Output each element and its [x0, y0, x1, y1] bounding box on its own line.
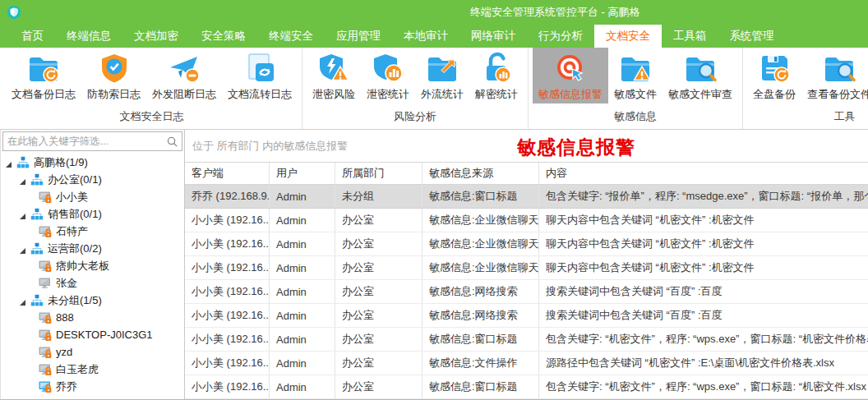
ribbon-group-3: 全盘备份查看备份文件防勒索规则工具 — [743, 48, 868, 129]
cell-content: 聊天内容中包含关键词 “机密文件” :机密文件 — [539, 256, 868, 279]
cell-user: Admin — [270, 256, 335, 279]
ribbon-button-label: 外流统计 — [421, 87, 464, 102]
ribbon-button-anti-ransom-shield[interactable]: 防勒索日志 — [81, 48, 146, 103]
ribbon-button-label: 敏感信息报警 — [538, 87, 603, 102]
cell-client: 小小美 (192.16... — [185, 232, 270, 255]
tree-client-node[interactable]: 888 — [1, 309, 184, 326]
tree-group-node[interactable]: 销售部(0/1) — [1, 205, 184, 223]
cell-user: Admin — [270, 232, 335, 255]
ribbon-button-leak-risk[interactable]: 泄密风险 — [307, 48, 361, 103]
ribbon-button-decrypt-stats[interactable]: 解密统计 — [469, 48, 524, 103]
ribbon-button-outgoing-block[interactable]: 外发阻断日志 — [146, 48, 222, 103]
cell-client: 小小美 (192.16... — [185, 280, 270, 303]
menu-item-7[interactable]: 网络审计 — [459, 25, 527, 48]
tree-client-node[interactable]: 痞帅大老板 — [1, 257, 184, 274]
department-icon — [30, 173, 44, 186]
doc-flow-icon — [243, 52, 276, 85]
menu-item-1[interactable]: 终端信息 — [55, 25, 122, 48]
search-input[interactable] — [3, 136, 166, 147]
column-header-content[interactable]: 内容 — [539, 163, 868, 184]
menu-item-11[interactable]: 系统管理 — [718, 25, 786, 48]
tree-node-label: 小小美 — [56, 190, 88, 205]
sensitive-file-icon — [619, 52, 652, 85]
cell-client: 小小美 (192.16... — [185, 256, 270, 279]
ribbon-button-full-backup-disk[interactable]: 全盘备份 — [747, 48, 801, 103]
cell-source: 敏感信息:企业微信聊天 — [422, 256, 539, 279]
cell-content: 包含关键字: “机密文件”，程序: “wps.exe”，窗口标题: “机密文件.… — [539, 375, 868, 398]
menu-item-5[interactable]: 应用管理 — [325, 25, 392, 48]
cell-content: 搜索关键词中包含关键词 “百度” :百度 — [539, 280, 868, 303]
department-icon — [30, 208, 44, 221]
table-row[interactable]: 小小美 (192.16...Admin办公室敏感信息:窗口标题包含关键字: “机… — [185, 375, 868, 399]
menu-item-2[interactable]: 文档加密 — [122, 25, 190, 48]
table-row[interactable]: 小小美 (192.16...Admin办公室敏感信息:企业微信聊天聊天内容中包含… — [185, 232, 868, 256]
cell-content: 包含关键字: “报价单”，程序: “msedge.exe”，窗口标题: “报价单… — [539, 185, 868, 208]
menu-item-3[interactable]: 安全策略 — [190, 25, 257, 48]
menu-item-9[interactable]: 文档安全 — [594, 25, 662, 48]
tree-group-node[interactable]: 高鹏格(1/9) — [1, 154, 184, 171]
tree-client-node[interactable]: 张金 — [1, 274, 184, 292]
column-header-client[interactable]: 客户端 — [185, 163, 270, 184]
tree-group-node[interactable]: 未分组(1/5) — [1, 292, 184, 309]
column-header-dept[interactable]: 所属部门 — [335, 163, 422, 184]
department-tree-panel: 高鹏格(1/9)办公室(0/1)小小美销售部(0/1)石特产运营部(0/2)痞帅… — [0, 130, 185, 399]
table-row[interactable]: 小小美 (192.16...Admin办公室敏感信息:网络搜索搜索关键词中包含关… — [185, 304, 868, 328]
tree-group-node[interactable]: 办公室(0/1) — [1, 171, 184, 188]
cell-source: 敏感信息:企业微信聊天 — [422, 209, 539, 232]
tree-expander-icon[interactable] — [5, 159, 12, 166]
ribbon-button-label: 敏感文件审查 — [668, 87, 732, 102]
table-row[interactable]: 小小美 (192.16...Admin办公室敏感信息:网络搜索搜索关键词中包含关… — [185, 280, 868, 304]
tree-group-node[interactable]: 运营部(0/2) — [1, 240, 184, 257]
department-icon — [30, 242, 44, 255]
app-window: 终端安全管理系统管控平台 - 高鹏格 首页终端信息文档加密安全策略终端安全应用管… — [0, 0, 868, 400]
menu-item-8[interactable]: 行为分析 — [527, 25, 594, 48]
ribbon-button-leak-stats[interactable]: 泄密统计 — [361, 48, 415, 103]
table-row[interactable]: 小小美 (192.16...Admin办公室敏感信息:企业微信聊天聊天内容中包含… — [185, 256, 868, 280]
tree-client-node[interactable]: 石特产 — [1, 223, 184, 240]
table-row[interactable]: 小小美 (192.16...Admin办公室敏感信息:企业微信聊天聊天内容中包含… — [185, 209, 868, 232]
tree-client-node[interactable]: 小小美 — [1, 188, 184, 205]
ribbon-button-outflow-stats[interactable]: 外流统计 — [415, 48, 469, 103]
leak-stats-icon — [372, 52, 404, 85]
tree-expander-icon[interactable] — [19, 245, 26, 252]
tree-node-label: 石特产 — [56, 224, 88, 239]
column-header-user[interactable]: 用户 — [270, 163, 335, 184]
client-monitor-icon — [39, 363, 52, 376]
tree-client-node[interactable]: yzd — [1, 343, 184, 361]
tree-node-label: 乔乔 — [56, 379, 77, 394]
client-monitor-icon — [39, 380, 52, 393]
ribbon-button-sensitive-file-review[interactable]: 敏感文件审查 — [663, 48, 738, 103]
cell-dept: 办公室 — [335, 304, 422, 327]
content-panel: 位于 所有部门 内的敏感信息报警 敏感信息报警 客户端用户所属部门敏感信息来源内… — [185, 130, 868, 399]
ribbon-button-sensitive-file[interactable]: 敏感文件 — [608, 48, 663, 103]
search-icon[interactable] — [166, 136, 178, 148]
tree-client-node[interactable]: DESKTOP-J0IC3G1 — [1, 326, 184, 343]
cell-user: Admin — [270, 209, 335, 232]
department-tree: 高鹏格(1/9)办公室(0/1)小小美销售部(0/1)石特产运营部(0/2)痞帅… — [1, 153, 184, 399]
menu-item-0[interactable]: 首页 — [10, 25, 55, 48]
tree-client-node[interactable]: 乔乔 — [1, 378, 184, 395]
table-row[interactable]: 小小美 (192.16...Admin办公室敏感信息:文件操作源路径中包含关键词… — [185, 352, 868, 375]
table-row[interactable]: 小小美 (192.16...Admin办公室敏感信息:窗口标题包含关键字: “机… — [185, 328, 868, 352]
tree-expander-icon[interactable] — [19, 176, 26, 183]
ribbon-button-view-backup-folder[interactable]: 查看备份文件 — [801, 48, 868, 103]
ribbon-button-doc-flow[interactable]: 文档流转日志 — [222, 48, 298, 103]
menu-item-10[interactable]: 工具箱 — [662, 25, 718, 48]
cell-content: 聊天内容中包含关键词 “机密文件” :机密文件 — [539, 209, 868, 232]
menu-item-4[interactable]: 终端安全 — [257, 25, 325, 48]
cell-content: 搜索关键词中包含关键词 “百度” :百度 — [539, 304, 868, 327]
ribbon-button-sensitive-alarm-target[interactable]: 敏感信息报警 — [533, 48, 608, 103]
ribbon-button-doc-backup-folder[interactable]: 文档备份日志 — [6, 48, 81, 103]
tree-client-node[interactable]: 白玉老虎 — [1, 361, 184, 378]
menu-item-6[interactable]: 本地审计 — [392, 25, 459, 48]
tree-node-label: 办公室(0/1) — [48, 172, 102, 187]
anti-ransom-shield-icon — [98, 52, 131, 85]
cell-content: 源路径中包含关键词 “机密文件” :E:\桌面\机密文件价格表.xlsx — [539, 352, 868, 375]
tree-expander-icon[interactable] — [19, 210, 26, 218]
tree-node-label: 888 — [56, 311, 74, 324]
info-bar: 位于 所有部门 内的敏感信息报警 敏感信息报警 — [185, 130, 868, 162]
cell-source: 敏感信息:窗口标题 — [422, 185, 539, 208]
tree-expander-icon[interactable] — [19, 297, 26, 304]
table-row[interactable]: 乔乔 (192.168.9...Admin未分组敏感信息:窗口标题包含关键字: … — [185, 185, 868, 209]
column-header-source[interactable]: 敏感信息来源 — [422, 163, 539, 184]
